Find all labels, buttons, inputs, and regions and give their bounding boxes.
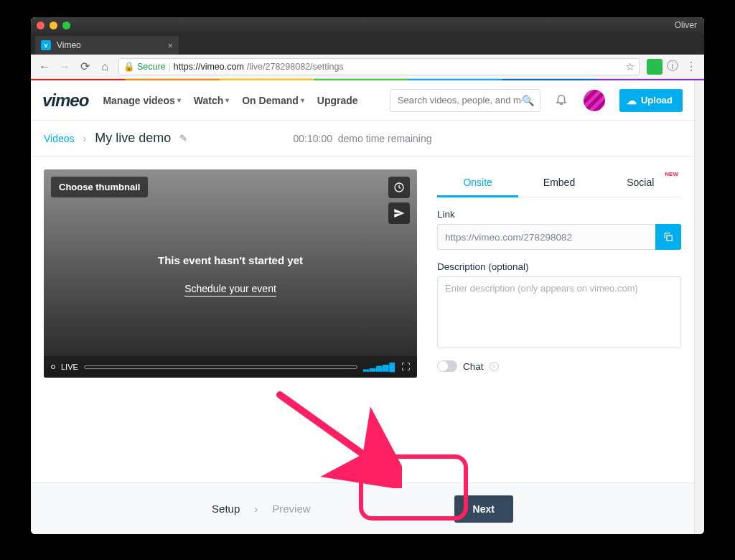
secure-indicator: 🔒 Secure (123, 61, 166, 72)
page-content: vimeo Manage videos Watch On Demand Upgr… (31, 80, 704, 534)
send-icon[interactable] (388, 202, 410, 224)
window-maximize-button[interactable] (62, 22, 70, 29)
fullscreen-icon[interactable]: ⛶ (401, 362, 410, 372)
extension-icon[interactable] (647, 59, 663, 75)
upload-button[interactable]: ☁ Upload (619, 89, 683, 112)
player-control-bar: LIVE ▂▃▅▆█ ⛶ (44, 356, 417, 378)
chevron-right-icon: › (254, 503, 258, 515)
chat-toggle[interactable] (437, 360, 457, 372)
live-dot-icon (51, 365, 55, 369)
page-title: My live demo (95, 131, 171, 146)
search-icon[interactable]: 🔍 (522, 95, 534, 106)
nav-watch[interactable]: Watch (194, 95, 229, 106)
notifications-bell-icon[interactable] (555, 93, 569, 108)
traffic-lights (37, 22, 70, 29)
vimeo-logo[interactable]: vimeo (42, 90, 88, 111)
nav-upgrade[interactable]: Upgrade (317, 95, 358, 106)
tab-social-label: Social (627, 177, 654, 188)
progress-bar[interactable] (84, 365, 357, 369)
url-host: https://vimeo.com (174, 62, 244, 72)
site-search[interactable]: 🔍 (390, 89, 540, 112)
browser-window: Oliver v Vimeo × ← → ⟳ ⌂ 🔒 Secure | http… (31, 17, 704, 534)
browser-menu-icon[interactable]: ⋮ (683, 60, 700, 73)
step-setup[interactable]: Setup (212, 503, 240, 515)
browser-tab[interactable]: v Vimeo × (35, 36, 179, 55)
upload-label: Upload (641, 95, 673, 106)
nav-manage-videos[interactable]: Manage videos (103, 95, 180, 106)
choose-thumbnail-button[interactable]: Choose thumbnail (51, 177, 148, 197)
signal-bars-icon[interactable]: ▂▃▅▆█ (363, 363, 395, 372)
bookmark-star-icon[interactable]: ☆ (625, 60, 635, 73)
reload-button[interactable]: ⟳ (75, 57, 94, 76)
page-info-icon[interactable]: ⓘ (664, 59, 681, 74)
scrollbar[interactable] (694, 80, 704, 534)
settings-panel: Onsite Embed Social NEW Link (437, 169, 681, 378)
forward-button[interactable]: → (55, 57, 74, 76)
nav-menu: Manage videos Watch On Demand Upgrade (103, 95, 357, 106)
tab-embed[interactable]: Embed (518, 169, 599, 197)
home-button[interactable]: ⌂ (95, 57, 114, 76)
demo-time-label: demo time remaining (338, 133, 432, 144)
settings-tabs: Onsite Embed Social NEW (437, 169, 681, 197)
back-button[interactable]: ← (35, 57, 54, 76)
description-field-label: Description (optional) (437, 261, 681, 272)
window-minimize-button[interactable] (50, 22, 57, 29)
svg-rect-1 (667, 235, 672, 241)
nav-on-demand[interactable]: On Demand (242, 95, 304, 106)
tab-close-icon[interactable]: × (167, 40, 173, 51)
mac-user-label: Oliver (675, 20, 697, 30)
search-input[interactable] (398, 95, 522, 106)
chevron-right-icon: › (83, 133, 87, 144)
player-status-message: This event hasn't started yet (44, 254, 417, 266)
link-field-label: Link (437, 209, 681, 220)
step-preview[interactable]: Preview (272, 503, 310, 515)
schedule-event-link[interactable]: Schedule your event (44, 283, 417, 294)
vimeo-favicon-icon: v (41, 40, 51, 50)
breadcrumb: Videos › My live demo ✎ 00:10:00 demo ti… (31, 121, 694, 157)
cloud-upload-icon: ☁ (627, 95, 637, 106)
demo-time-remaining: 00:10:00 demo time remaining (293, 133, 431, 144)
chat-label: Chat (463, 361, 484, 372)
new-badge: NEW (665, 171, 678, 177)
window-close-button[interactable] (37, 22, 45, 29)
site-top-nav: vimeo Manage videos Watch On Demand Upgr… (31, 80, 694, 121)
omnibox[interactable]: 🔒 Secure | https://vimeo.com/live/278298… (118, 58, 640, 75)
url-path: /live/278298082/settings (247, 62, 344, 72)
lock-icon: 🔒 (123, 61, 135, 72)
tab-strip: v Vimeo × (31, 33, 704, 55)
crumb-videos-link[interactable]: Videos (44, 133, 75, 144)
wizard-footer: Setup › Preview Next (31, 482, 694, 534)
demo-time-value: 00:10:00 (293, 133, 332, 144)
copy-link-button[interactable] (655, 224, 681, 250)
chat-info-icon[interactable]: i (490, 362, 499, 371)
tab-social[interactable]: Social NEW (600, 169, 681, 197)
next-button[interactable]: Next (454, 495, 513, 523)
address-bar: ← → ⟳ ⌂ 🔒 Secure | https://vimeo.com/liv… (31, 55, 704, 79)
secure-label: Secure (137, 62, 166, 72)
main-body: Choose thumbnail This event hasn't start… (31, 157, 694, 378)
tab-title: Vimeo (57, 40, 161, 50)
live-label: LIVE (61, 363, 78, 371)
link-input[interactable] (437, 224, 655, 250)
description-textarea[interactable] (437, 276, 681, 348)
video-player[interactable]: Choose thumbnail This event hasn't start… (44, 169, 417, 378)
tab-onsite[interactable]: Onsite (437, 169, 518, 197)
edit-title-icon[interactable]: ✎ (179, 133, 187, 144)
avatar[interactable] (584, 90, 605, 111)
clock-icon[interactable] (388, 177, 410, 198)
mac-titlebar: Oliver (31, 17, 704, 33)
